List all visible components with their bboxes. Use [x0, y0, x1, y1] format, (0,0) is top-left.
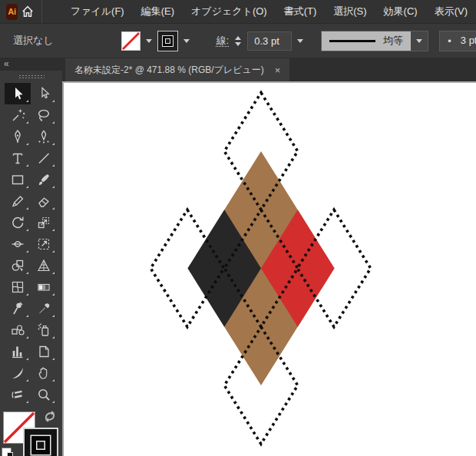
stroke-profile-preview — [329, 40, 375, 42]
shape-builder-tool[interactable] — [5, 255, 31, 276]
direct-selection-icon — [36, 86, 51, 101]
mesh-tool[interactable] — [5, 276, 31, 298]
scale-tool[interactable] — [31, 212, 57, 233]
pen-icon — [10, 129, 25, 144]
menu-item-3[interactable]: 書式(T) — [276, 0, 326, 23]
brush-preview-dot: • — [448, 35, 451, 47]
curvature-tool[interactable] — [31, 126, 57, 147]
document-tab-title: 名称未設定-2* @ 471.88 % (RGB/プレビュー) — [74, 64, 264, 77]
menu-item-4[interactable]: 選択(S) — [325, 0, 375, 23]
tab-close-icon[interactable]: × — [275, 65, 281, 75]
gradient-tool[interactable] — [31, 276, 57, 298]
fill-stroke-indicator — [0, 411, 62, 456]
zoom-icon — [36, 387, 51, 402]
menu-item-2[interactable]: オブジェクト(O) — [183, 0, 276, 23]
pen-tool[interactable] — [5, 126, 31, 147]
direct-selection-tool[interactable] — [31, 83, 57, 104]
line-segment-tool[interactable] — [31, 147, 57, 169]
free-transform-tool[interactable] — [31, 233, 57, 255]
column-graph-tool[interactable] — [5, 341, 31, 362]
magic-wand-tool[interactable] — [5, 104, 31, 126]
menubar-divider — [41, 0, 42, 23]
stroke-profile-dropdown[interactable]: 均等 — [321, 31, 428, 51]
symbol-sprayer-icon — [36, 322, 51, 338]
paintbrush-tool[interactable] — [31, 169, 57, 190]
menu-item-1[interactable]: 編集(E) — [133, 0, 183, 23]
rotate-icon — [10, 215, 25, 230]
stroke-profile-label: 均等 — [383, 34, 403, 48]
illustrator-logo-icon[interactable]: Ai — [6, 4, 18, 20]
stroke-indicator-active[interactable] — [23, 428, 58, 456]
default-fill-stroke-icon[interactable] — [2, 448, 12, 456]
paintbrush-icon — [36, 172, 51, 187]
puppet-warp-tool[interactable] — [5, 298, 31, 319]
shaper-tool[interactable] — [5, 190, 31, 212]
puppet-warp-icon — [10, 301, 25, 316]
free-transform-icon — [36, 236, 51, 252]
artboard-canvas[interactable] — [62, 83, 476, 456]
argyle-artwork[interactable] — [64, 83, 476, 455]
rectangle-icon — [10, 172, 25, 187]
selection-status: 選択なし — [13, 34, 54, 48]
rectangle-tool[interactable] — [5, 169, 31, 190]
eyedropper-tool[interactable] — [31, 298, 57, 319]
toolbar-grip[interactable] — [18, 74, 45, 78]
perspective-grid-tool[interactable] — [31, 255, 57, 276]
menu-items: ファイル(F)編集(E)オブジェクト(O)書式(T)選択(S)効果(C)表示(V… — [62, 0, 476, 23]
eyedropper-icon — [36, 301, 51, 316]
menu-item-5[interactable]: 効果(C) — [375, 0, 426, 23]
gradient-icon — [36, 279, 51, 295]
shape-builder-icon — [10, 258, 25, 273]
rotate-view-icon — [10, 387, 25, 402]
column-graph-icon — [10, 344, 25, 359]
perspective-grid-icon — [36, 258, 51, 273]
slice-icon — [10, 365, 25, 381]
blend-icon — [10, 322, 25, 338]
shaper-icon — [10, 193, 25, 209]
selection-icon — [10, 86, 25, 101]
document-tab[interactable]: 名称未設定-2* @ 471.88 % (RGB/プレビュー) × — [65, 58, 289, 81]
artboard-icon — [36, 344, 51, 359]
eraser-icon — [36, 193, 51, 209]
line-segment-icon — [36, 150, 51, 166]
width-tool[interactable] — [5, 233, 31, 255]
blend-tool[interactable] — [5, 319, 31, 341]
type-tool[interactable] — [5, 147, 31, 169]
tool-dock: « — [0, 58, 62, 456]
artboard-tool[interactable] — [31, 341, 57, 362]
fill-dropdown-chevron-icon[interactable] — [146, 39, 152, 43]
rotate-tool[interactable] — [5, 212, 31, 233]
magic-wand-icon — [10, 107, 25, 123]
toolbar-panel — [0, 71, 62, 456]
menu-item-6[interactable]: 表示(V) — [426, 0, 476, 23]
lasso-icon — [36, 107, 51, 123]
slice-tool[interactable] — [5, 362, 31, 384]
stroke-dropdown-chevron-icon[interactable] — [183, 39, 190, 43]
fill-color-swatch-none[interactable] — [121, 31, 140, 51]
dock-collapse-button[interactable]: « — [0, 58, 9, 68]
stroke-width-field[interactable]: 0.3 pt — [247, 31, 292, 51]
selection-tool[interactable] — [5, 83, 31, 104]
menu-item-0[interactable]: ファイル(F) — [62, 0, 133, 23]
brush-definition-dropdown[interactable]: • 3 pt. 丸筆 — [439, 31, 476, 51]
rotate-view-tool[interactable] — [5, 384, 31, 405]
eraser-tool[interactable] — [31, 190, 57, 212]
stroke-width-stepper[interactable] — [235, 36, 241, 46]
stroke-width-chevron-icon[interactable] — [297, 39, 303, 43]
home-icon[interactable] — [18, 0, 37, 23]
curvature-icon — [36, 129, 51, 144]
stroke-panel-link[interactable]: 線: — [217, 34, 230, 48]
document-tab-bar: 名称未設定-2* @ 471.88 % (RGB/プレビュー) × — [62, 58, 476, 83]
brush-definition-label: 3 pt. 丸筆 — [461, 34, 476, 48]
hand-icon — [36, 365, 51, 381]
illustrator-window: Ai ファイル(F)編集(E)オブジェクト(O)書式(T)選択(S)効果(C)表… — [0, 0, 476, 456]
symbol-sprayer-tool[interactable] — [31, 319, 57, 341]
stroke-profile-chevron-icon[interactable] — [411, 31, 428, 51]
scale-icon — [36, 215, 51, 230]
zoom-tool[interactable] — [31, 384, 57, 405]
hand-tool[interactable] — [31, 362, 57, 384]
stroke-color-swatch[interactable] — [157, 31, 178, 51]
swap-fill-stroke-icon[interactable] — [44, 411, 56, 425]
lasso-tool[interactable] — [31, 104, 57, 126]
type-icon — [10, 150, 25, 166]
